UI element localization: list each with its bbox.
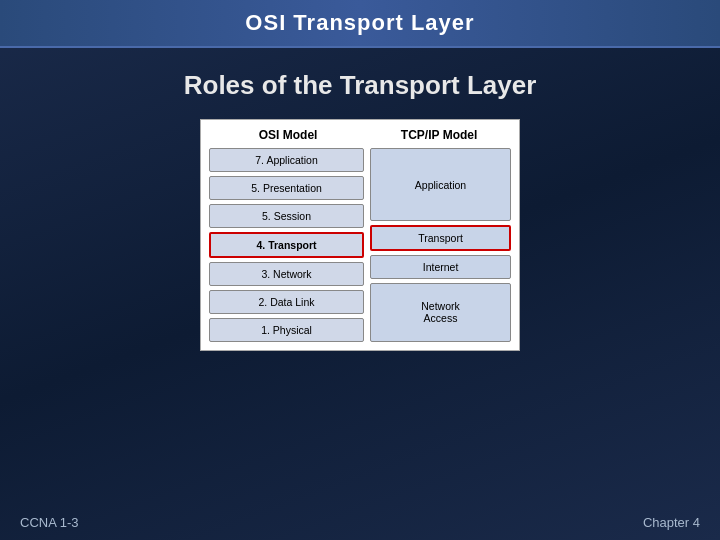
tcpip-application: Application bbox=[370, 148, 511, 221]
footer-right: Chapter 4 bbox=[643, 515, 700, 530]
osi-col: 7. Application 5. Presentation 5. Sessio… bbox=[209, 148, 364, 342]
diagram-rows: 7. Application 5. Presentation 5. Sessio… bbox=[209, 148, 511, 342]
osi-col-header: OSI Model bbox=[209, 128, 367, 142]
header-title: OSI Transport Layer bbox=[245, 10, 474, 35]
osi-diagram: OSI Model TCP/IP Model 7. Application 5.… bbox=[200, 119, 520, 351]
osi-layer-6: 5. Presentation bbox=[209, 176, 364, 200]
tcpip-col: Application Transport Internet NetworkAc… bbox=[370, 148, 511, 342]
osi-layer-3: 3. Network bbox=[209, 262, 364, 286]
tcpip-transport: Transport bbox=[370, 225, 511, 251]
osi-layer-7: 7. Application bbox=[209, 148, 364, 172]
footer-left: CCNA 1-3 bbox=[20, 515, 79, 530]
tcpip-col-inner: Application Transport Internet NetworkAc… bbox=[370, 148, 511, 342]
diagram-container: OSI Model TCP/IP Model 7. Application 5.… bbox=[0, 119, 720, 351]
tcpip-col-header: TCP/IP Model bbox=[367, 128, 511, 142]
osi-layer-5: 5. Session bbox=[209, 204, 364, 228]
osi-layer-1: 1. Physical bbox=[209, 318, 364, 342]
osi-layer-4: 4. Transport bbox=[209, 232, 364, 258]
osi-layer-2: 2. Data Link bbox=[209, 290, 364, 314]
page-subtitle: Roles of the Transport Layer bbox=[0, 70, 720, 101]
tcpip-network-access: NetworkAccess bbox=[370, 283, 511, 342]
tcpip-internet: Internet bbox=[370, 255, 511, 279]
header-bar: OSI Transport Layer bbox=[0, 0, 720, 48]
diagram-headers: OSI Model TCP/IP Model bbox=[209, 128, 511, 142]
